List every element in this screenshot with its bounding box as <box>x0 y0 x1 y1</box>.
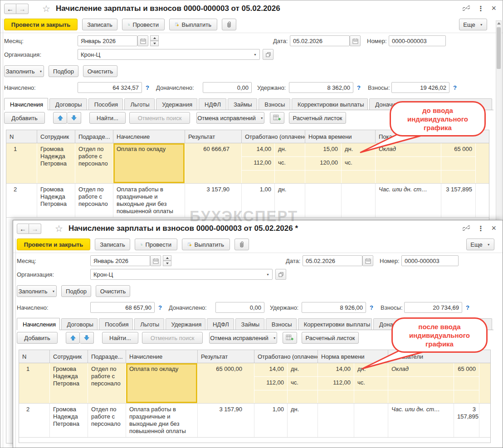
win2-tab-contributions[interactable]: Взносы <box>266 318 297 330</box>
win1-number-input[interactable]: 0000-000003 <box>389 35 446 46</box>
header-result[interactable]: Результат <box>197 350 254 363</box>
win2-more-button[interactable]: Еще▼ <box>466 239 494 250</box>
win2-accrued-value[interactable]: 68 657,90 <box>90 302 155 313</box>
cell-norm-hours-unit[interactable]: чс. <box>354 377 388 390</box>
win1-individual-schedule-button[interactable] <box>270 112 284 124</box>
win2-table-row-2[interactable]: 2 Громова Надежда Петровна Отдел по рабо… <box>19 404 490 438</box>
header-n[interactable]: N <box>19 350 49 363</box>
scrollbar-thumb[interactable] <box>497 27 501 69</box>
header-accrual[interactable]: Начисление <box>126 350 197 363</box>
win2-move-down-button[interactable] <box>80 332 94 344</box>
cell-worked-hours[interactable]: 112,00 <box>241 157 274 170</box>
win1-tab-additional-accruals[interactable]: Доначисления, п <box>369 98 492 110</box>
cell-worked-days[interactable]: 14,00 <box>241 143 274 157</box>
cell-n[interactable]: 2 <box>6 184 37 217</box>
cell-indicator-value[interactable]: 3 157,895 <box>441 184 475 217</box>
win2-nav-back-button[interactable]: ← <box>17 224 29 234</box>
cell-result[interactable]: 60 666,67 <box>185 143 241 183</box>
spinner-down-icon[interactable] <box>150 41 159 46</box>
win1-tab-deductions[interactable]: Удержания <box>156 98 197 110</box>
win1-month-calendar-button[interactable] <box>137 35 148 46</box>
win1-move-down-button[interactable] <box>67 112 81 124</box>
spinner-up-icon[interactable] <box>150 35 159 41</box>
win2-close-icon[interactable]: × <box>491 224 496 232</box>
win2-organization-input[interactable]: Крон-Ц ▼ <box>90 269 273 280</box>
header-worked[interactable]: Отработано (оплачено) <box>254 350 317 363</box>
win1-tab-privileges[interactable]: Льготы <box>124 98 155 110</box>
cell-employee[interactable]: Громова Надежда Петровна <box>37 184 75 217</box>
cell-norm-days-unit[interactable]: дн. <box>354 363 388 377</box>
cell-norm-days[interactable]: 14,00 <box>317 363 354 377</box>
cell-norm-hours[interactable]: 112,00 <box>317 377 354 390</box>
win2-post-button[interactable]: Провести <box>135 239 177 250</box>
header-indicators[interactable]: Показатели <box>388 350 491 363</box>
win2-contributions-help[interactable]: ? <box>466 304 469 311</box>
win1-close-icon[interactable]: × <box>491 4 496 12</box>
win1-link-icon[interactable] <box>463 5 470 12</box>
win2-tab-payment-adjustments[interactable]: Корректировки выплаты <box>298 318 372 330</box>
win1-date-input[interactable]: 05.02.2026 <box>290 35 350 46</box>
win2-move-up-button[interactable] <box>66 332 80 344</box>
win2-tab-accruals[interactable]: Начисления <box>17 318 60 330</box>
win2-individual-schedule-button[interactable] <box>283 332 297 344</box>
win1-contributions-value[interactable]: 19 426,02 <box>391 82 449 93</box>
chevron-down-icon[interactable]: ▼ <box>254 53 257 56</box>
header-indicators[interactable]: Показатели <box>375 130 489 143</box>
cell-result[interactable]: 3 157,90 <box>197 404 254 437</box>
win2-month-input[interactable]: Январь 2026 <box>90 255 150 266</box>
header-department[interactable]: Подразде... <box>75 130 113 143</box>
win1-menu-kebab-icon[interactable]: ⋮ <box>477 5 484 12</box>
cell-worked-hours[interactable]: 112,00 <box>254 377 287 390</box>
win2-month-calendar-button[interactable] <box>150 255 161 266</box>
cell-employee[interactable]: Громова Надежда Петровна <box>49 404 88 437</box>
win1-tab-accruals[interactable]: Начисления <box>4 98 48 110</box>
cell-indicator-value[interactable]: 65 000 <box>454 363 479 377</box>
cell-department[interactable]: Отдел по работе с персонало <box>75 143 113 183</box>
win1-month-spinner[interactable] <box>150 35 159 46</box>
cell-accrual-selected[interactable]: Оплата по окладу <box>113 143 185 183</box>
win2-link-icon[interactable] <box>463 224 470 232</box>
win2-contributions-value[interactable]: 20 734,69 <box>404 302 462 313</box>
cell-result[interactable]: 65 000,00 <box>197 363 254 403</box>
win1-fill-button[interactable]: Заполнить▼ <box>4 65 44 77</box>
win2-cancel-fixes-button[interactable]: Отмена исправлений▼ <box>209 332 277 344</box>
win2-tab-ndfl[interactable]: НДФЛ <box>207 318 234 330</box>
win1-find-button[interactable]: Найти... <box>89 112 126 124</box>
win1-accrued-help[interactable]: ? <box>146 84 149 91</box>
win2-payslip-button[interactable]: Расчетный листок <box>302 332 359 344</box>
win2-tab-deductions[interactable]: Удержания <box>166 318 205 330</box>
cell-n[interactable]: 1 <box>6 143 37 183</box>
cell-indicator[interactable]: Оклад <box>375 143 441 157</box>
win1-save-button[interactable]: Записать <box>82 19 117 30</box>
win2-menu-kebab-icon[interactable]: ⋮ <box>477 225 484 232</box>
cell-department[interactable]: Отдел по работе с персонало <box>75 184 113 217</box>
win1-pay-button[interactable]: Выплатить <box>169 19 217 30</box>
header-employee[interactable]: Сотрудник <box>49 350 88 363</box>
win2-organization-open-button[interactable] <box>275 269 286 280</box>
cell-employee[interactable]: Громова Надежда Петровна <box>49 363 88 403</box>
win2-tab-benefits[interactable]: Пособия <box>99 318 133 330</box>
win1-nav-back-button[interactable]: ← <box>4 4 16 14</box>
cell-indicator[interactable]: Час. или дн. ст… <box>388 404 454 437</box>
win1-organization-input[interactable]: Крон-Ц ▼ <box>78 49 260 60</box>
win2-post-and-close-button[interactable]: Провести и закрыть <box>17 239 90 250</box>
win1-date-calendar-button[interactable] <box>350 35 361 46</box>
win2-nav-forward-button[interactable]: → <box>29 224 41 234</box>
cell-worked-days[interactable]: 1,00 <box>241 184 274 217</box>
cell-indicator[interactable]: Оклад <box>388 363 454 377</box>
win1-month-input[interactable]: Январь 2026 <box>78 35 137 46</box>
win2-tab-loans[interactable]: Займы <box>235 318 264 330</box>
win1-withheld-help[interactable]: ? <box>357 84 361 91</box>
win1-accrued-value[interactable]: 64 324,57 <box>78 82 142 93</box>
cell-worked-days-unit[interactable]: дн. <box>287 404 317 437</box>
cell-worked-hours-unit[interactable]: чс. <box>274 157 305 170</box>
win2-date-input[interactable]: 05.02.2026 <box>303 255 362 266</box>
win2-accrued-help[interactable]: ? <box>158 304 162 311</box>
win2-month-spinner[interactable] <box>163 255 171 266</box>
cell-accrual[interactable]: Оплата работы в праздничные и выходные д… <box>113 184 185 217</box>
win1-cancel-search-button[interactable]: Отменить поиск <box>129 112 190 124</box>
win1-table-row-2[interactable]: 2 Громова Надежда Петровна Отдел по рабо… <box>6 184 489 218</box>
spinner-down-icon[interactable] <box>163 261 171 266</box>
win2-cancel-search-button[interactable]: Отменить поиск <box>142 332 203 344</box>
win1-withheld-value[interactable]: 8 362,00 <box>289 82 353 93</box>
